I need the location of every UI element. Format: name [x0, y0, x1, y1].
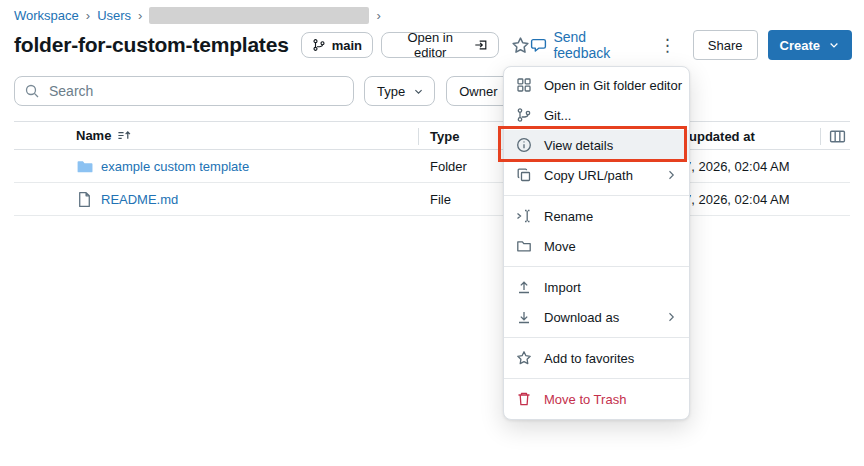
git-branch-badge-label: main [332, 38, 362, 53]
download-icon [516, 309, 532, 325]
menu-item-label: Download as [544, 310, 653, 325]
menu-divider [504, 378, 689, 379]
menu-item-view-details[interactable]: View details [504, 130, 689, 160]
sort-ascending-icon[interactable] [117, 128, 132, 143]
info-icon [516, 137, 532, 153]
workspace-folder-page: Workspace › Users › › folder-for-custom-… [0, 0, 864, 466]
search-input[interactable] [14, 76, 354, 106]
menu-divider [504, 195, 689, 196]
feedback-bubble-icon [530, 37, 547, 54]
menu-item-add-to-favorites[interactable]: Add to favorites [504, 343, 689, 373]
file-icon [76, 191, 93, 208]
send-feedback-link[interactable]: Send feedback [530, 29, 640, 61]
column-settings-icon[interactable] [829, 128, 846, 145]
git-branch-icon [516, 107, 532, 123]
menu-item-import[interactable]: Import [504, 272, 689, 302]
open-in-editor-button[interactable]: Open in editor [381, 32, 499, 58]
column-header-type[interactable]: Type [430, 122, 459, 151]
grid-icon [516, 77, 532, 93]
git-branch-badge[interactable]: main [301, 32, 373, 58]
updated-at-cell: 7, 2026, 02:04 AM [684, 192, 790, 207]
table-header-row: Name Type updated at [14, 121, 850, 150]
breadcrumb-redacted-username[interactable] [149, 7, 369, 24]
rename-icon [516, 208, 532, 224]
menu-item-git[interactable]: Git... [504, 100, 689, 130]
menu-item-open-in-git-folder-editor[interactable]: Open in Git folder editor [504, 70, 689, 100]
share-button[interactable]: Share [693, 30, 758, 60]
trash-icon [516, 391, 532, 407]
create-button-label: Create [780, 38, 820, 53]
menu-item-copy-url-path[interactable]: Copy URL/path [504, 160, 689, 190]
file-link[interactable]: example custom template [101, 159, 249, 174]
file-link[interactable]: README.md [101, 192, 178, 207]
table-row-readme[interactable]: README.md File 7, 2026, 02:04 AM [14, 183, 850, 216]
send-feedback-label: Send feedback [553, 29, 640, 61]
breadcrumb-workspace[interactable]: Workspace [14, 8, 79, 23]
menu-item-move[interactable]: Move [504, 231, 689, 261]
menu-item-label: Import [544, 280, 677, 295]
owner-filter-label: Owner [459, 84, 497, 99]
menu-item-rename[interactable]: Rename [504, 201, 689, 231]
column-header-name[interactable]: Name [76, 128, 111, 143]
menu-divider [504, 266, 689, 267]
star-icon [516, 350, 532, 366]
menu-item-label: Copy URL/path [544, 168, 653, 183]
git-branch-icon [312, 38, 326, 52]
column-divider [820, 128, 821, 145]
search-icon [24, 83, 40, 99]
column-divider [418, 128, 419, 145]
open-in-editor-label: Open in editor [392, 30, 468, 60]
breadcrumb-separator: › [376, 8, 380, 23]
table-row-example-custom-template[interactable]: example custom template Folder 7, 2026, … [14, 150, 850, 183]
create-button[interactable]: Create [768, 30, 852, 60]
title-row: folder-for-custom-templates main Open in… [14, 28, 852, 62]
menu-divider [504, 337, 689, 338]
type-cell: Folder [430, 159, 467, 174]
kebab-menu-button[interactable]: ⋮ [659, 35, 673, 56]
file-table: Name Type updated at example custom temp… [14, 121, 850, 216]
favorite-star-button[interactable] [511, 36, 530, 55]
import-upload-icon [516, 279, 532, 295]
copy-icon [516, 167, 532, 183]
filter-row: Type Owner [14, 76, 522, 106]
menu-item-label: Move [544, 239, 677, 254]
column-header-updated-at[interactable]: updated at [689, 122, 755, 151]
type-cell: File [430, 192, 451, 207]
menu-item-label: Open in Git folder editor [544, 78, 682, 93]
search-wrap [14, 76, 354, 106]
menu-item-label: Add to favorites [544, 351, 677, 366]
menu-item-download-as[interactable]: Download as [504, 302, 689, 332]
chevron-down-icon [413, 86, 424, 97]
chevron-down-icon [828, 39, 840, 51]
breadcrumb-users[interactable]: Users [97, 8, 131, 23]
type-filter-dropdown[interactable]: Type [364, 76, 435, 106]
menu-item-label: Git... [544, 108, 677, 123]
menu-item-label: Move to Trash [544, 392, 677, 407]
menu-item-label: Rename [544, 209, 677, 224]
updated-at-cell: 7, 2026, 02:04 AM [684, 159, 790, 174]
chevron-right-icon [665, 169, 677, 181]
folder-icon [76, 158, 93, 175]
type-filter-label: Type [377, 84, 405, 99]
breadcrumb: Workspace › Users › › [14, 6, 381, 24]
breadcrumb-separator: › [86, 8, 90, 23]
chevron-right-icon [665, 311, 677, 323]
menu-item-move-to-trash[interactable]: Move to Trash [504, 384, 689, 414]
page-title: folder-for-custom-templates [14, 33, 289, 57]
open-in-editor-icon [474, 38, 488, 52]
menu-item-label: View details [544, 138, 677, 153]
breadcrumb-separator: › [138, 8, 142, 23]
move-folder-icon [516, 238, 532, 254]
context-menu: Open in Git folder editor Git... View de… [503, 66, 690, 420]
